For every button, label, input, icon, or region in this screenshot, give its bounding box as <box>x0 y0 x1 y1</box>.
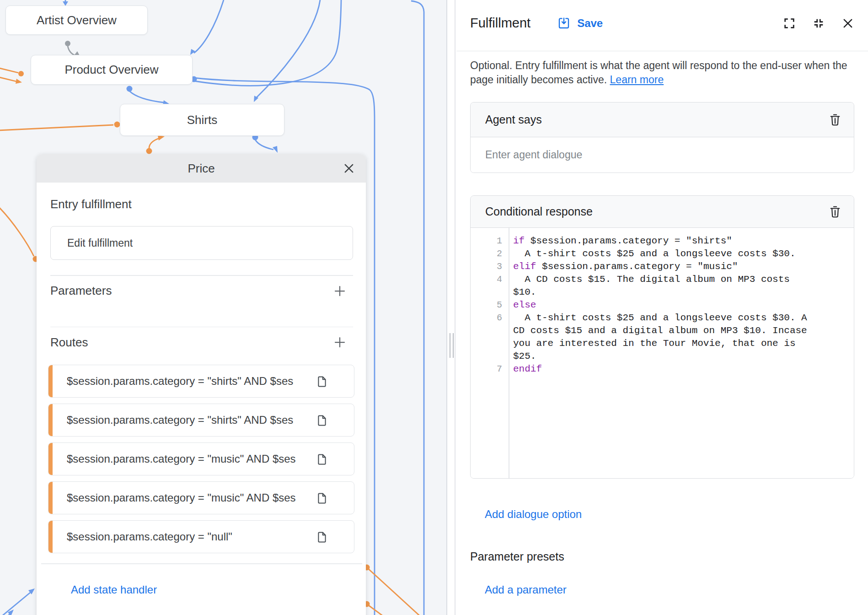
panel-title: Fulfillment <box>470 16 530 31</box>
add-parameter-icon[interactable] <box>333 284 347 298</box>
document-icon[interactable] <box>316 492 328 505</box>
node-label: Artist Overview <box>37 13 117 27</box>
parameters-label: Parameters <box>50 284 112 298</box>
code-line-text: elif $session.params.category = "music" <box>513 260 818 273</box>
document-icon[interactable] <box>316 414 328 427</box>
conditional-response-title: Conditional response <box>485 205 593 218</box>
route-condition-chip[interactable]: $session.params.category = "music" AND $… <box>48 442 354 475</box>
code-line-number: 5 <box>471 299 509 312</box>
code-line-number: 3 <box>471 260 509 273</box>
close-icon[interactable] <box>841 17 854 30</box>
document-icon[interactable] <box>316 453 328 466</box>
panel-resize-gutter <box>448 0 455 615</box>
route-condition-text: $session.params.category = "shirts" AND … <box>67 414 305 426</box>
code-line-text: A t-shirt costs $25 and a longsleeve cos… <box>513 312 818 363</box>
add-route-icon[interactable] <box>333 335 347 349</box>
code-line-text: else <box>513 299 818 312</box>
conditional-response-editor[interactable]: 1if $session.params.category = "shirts"2… <box>471 228 854 478</box>
code-line-number: 4 <box>471 273 509 299</box>
panel-description: Optional. Entry fulfillment is what the … <box>470 59 850 87</box>
code-line-number: 6 <box>471 312 509 363</box>
trash-icon[interactable] <box>828 113 842 127</box>
flow-canvas[interactable]: Artist Overview Product Overview Shirts … <box>0 0 447 615</box>
page-card-price: Price Entry fulfillment Edit fulfillment… <box>37 154 366 615</box>
fulfillment-panel-header: Fulfillment Save <box>456 0 868 51</box>
routes-list: $session.params.category = "shirts" AND … <box>48 365 354 553</box>
code-line: 6 A t-shirt costs $25 and a longsleeve c… <box>471 312 854 363</box>
flow-node-shirts[interactable]: Shirts <box>120 104 284 136</box>
node-label: Shirts <box>187 113 217 127</box>
route-condition-chip[interactable]: $session.params.category = "music" AND $… <box>48 481 354 514</box>
code-line: 3elif $session.params.category = "music" <box>471 260 854 273</box>
code-line-text: A CD costs $15. The digital album on MP3… <box>513 273 818 299</box>
compress-icon[interactable] <box>812 17 825 30</box>
add-a-parameter-button[interactable]: Add a parameter <box>485 583 567 596</box>
code-gutter-divider <box>509 228 509 478</box>
route-condition-chip[interactable]: $session.params.category = "null" <box>48 520 354 553</box>
fulfillment-panel: Fulfillment Save Opt <box>456 0 868 615</box>
entry-fulfillment-label: Entry fulfillment <box>50 197 353 211</box>
route-condition-text: $session.params.category = "shirts" AND … <box>67 375 305 388</box>
code-line-number: 1 <box>471 235 509 248</box>
add-state-handler-button[interactable]: Add state handler <box>71 583 157 596</box>
agent-dialogue-input[interactable] <box>471 137 854 173</box>
node-label: Product Overview <box>64 63 158 77</box>
parameter-presets-heading: Parameter presets <box>470 550 854 563</box>
edit-fulfillment-button[interactable]: Edit fulfillment <box>50 226 353 260</box>
close-icon[interactable] <box>342 162 356 175</box>
code-line-number: 2 <box>471 248 509 260</box>
code-line: 4 A CD costs $15. The digital album on M… <box>471 273 854 299</box>
save-icon <box>557 16 571 30</box>
route-condition-text: $session.params.category = "null" <box>67 530 305 543</box>
save-button[interactable]: Save <box>557 16 603 30</box>
expand-icon[interactable] <box>783 17 796 30</box>
trash-icon[interactable] <box>828 205 842 219</box>
divider <box>50 275 353 276</box>
route-condition-chip[interactable]: $session.params.category = "shirts" AND … <box>48 404 354 437</box>
code-line-number: 7 <box>471 363 509 376</box>
code-line-text: endif <box>513 363 818 376</box>
code-line: 7endif <box>471 363 854 376</box>
divider <box>41 563 362 564</box>
learn-more-link[interactable]: Learn more <box>610 74 664 86</box>
agent-says-title: Agent says <box>485 113 542 126</box>
routes-label: Routes <box>50 335 88 350</box>
flow-node-product-overview[interactable]: Product Overview <box>31 55 193 85</box>
document-icon[interactable] <box>316 375 328 388</box>
route-condition-text: $session.params.category = "music" AND $… <box>67 453 305 465</box>
save-label: Save <box>577 17 603 30</box>
code-line: 2 A t-shirt costs $25 and a longsleeve c… <box>471 248 854 260</box>
agent-says-card: Agent says <box>470 102 854 173</box>
document-icon[interactable] <box>316 531 328 544</box>
code-lines: 1if $session.params.category = "shirts"2… <box>471 235 854 376</box>
route-condition-chip[interactable]: $session.params.category = "shirts" AND … <box>48 365 354 398</box>
divider <box>50 327 353 328</box>
code-line: 1if $session.params.category = "shirts" <box>471 235 854 248</box>
route-condition-text: $session.params.category = "music" AND $… <box>67 491 305 504</box>
flow-builder-screen: Artist Overview Product Overview Shirts … <box>0 0 868 615</box>
conditional-response-card: Conditional response 1if $session.params… <box>470 195 854 479</box>
code-line-text: A t-shirt costs $25 and a longsleeve cos… <box>513 248 818 260</box>
code-line-text: if $session.params.category = "shirts" <box>513 235 818 248</box>
code-line: 5else <box>471 299 854 312</box>
flow-node-artist-overview[interactable]: Artist Overview <box>5 5 148 35</box>
price-card-title: Price <box>188 162 214 176</box>
add-dialogue-option-button[interactable]: Add dialogue option <box>485 508 582 521</box>
panel-resize-handle[interactable] <box>450 333 454 358</box>
price-card-header: Price <box>37 154 366 183</box>
